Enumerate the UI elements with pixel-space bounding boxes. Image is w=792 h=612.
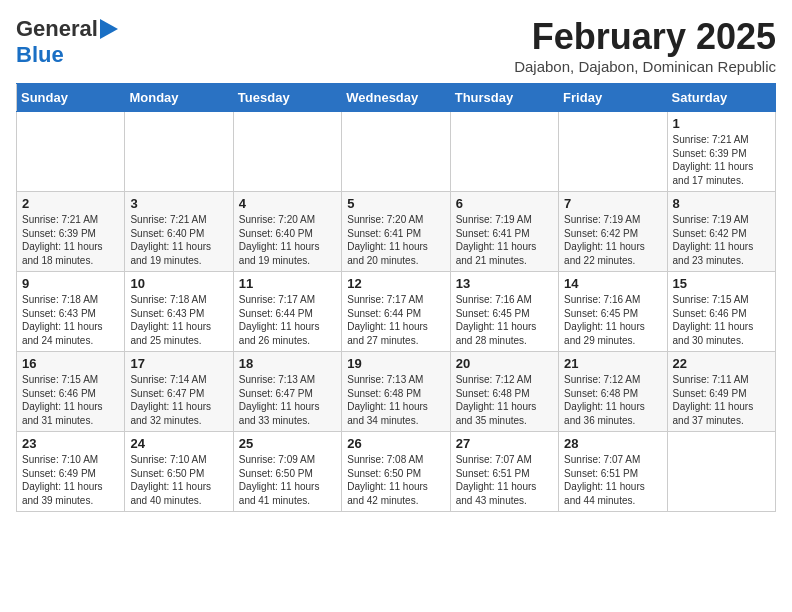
calendar-cell: 26Sunrise: 7:08 AM Sunset: 6:50 PM Dayli… [342, 432, 450, 512]
calendar-cell: 5Sunrise: 7:20 AM Sunset: 6:41 PM Daylig… [342, 192, 450, 272]
calendar-cell: 7Sunrise: 7:19 AM Sunset: 6:42 PM Daylig… [559, 192, 667, 272]
calendar-cell [450, 112, 558, 192]
calendar-cell: 2Sunrise: 7:21 AM Sunset: 6:39 PM Daylig… [17, 192, 125, 272]
day-info: Sunrise: 7:10 AM Sunset: 6:49 PM Dayligh… [22, 453, 119, 507]
weekday-header-thursday: Thursday [450, 84, 558, 112]
day-info: Sunrise: 7:21 AM Sunset: 6:39 PM Dayligh… [673, 133, 770, 187]
calendar-cell: 13Sunrise: 7:16 AM Sunset: 6:45 PM Dayli… [450, 272, 558, 352]
day-number: 2 [22, 196, 119, 211]
day-info: Sunrise: 7:18 AM Sunset: 6:43 PM Dayligh… [22, 293, 119, 347]
day-info: Sunrise: 7:13 AM Sunset: 6:48 PM Dayligh… [347, 373, 444, 427]
weekday-header-monday: Monday [125, 84, 233, 112]
day-info: Sunrise: 7:08 AM Sunset: 6:50 PM Dayligh… [347, 453, 444, 507]
logo-blue: Blue [16, 42, 64, 67]
calendar-week-row: 1Sunrise: 7:21 AM Sunset: 6:39 PM Daylig… [17, 112, 776, 192]
calendar-cell: 22Sunrise: 7:11 AM Sunset: 6:49 PM Dayli… [667, 352, 775, 432]
day-number: 9 [22, 276, 119, 291]
day-info: Sunrise: 7:07 AM Sunset: 6:51 PM Dayligh… [564, 453, 661, 507]
calendar-cell [125, 112, 233, 192]
day-number: 15 [673, 276, 770, 291]
day-number: 11 [239, 276, 336, 291]
day-number: 20 [456, 356, 553, 371]
calendar-cell: 10Sunrise: 7:18 AM Sunset: 6:43 PM Dayli… [125, 272, 233, 352]
day-number: 16 [22, 356, 119, 371]
calendar-cell: 25Sunrise: 7:09 AM Sunset: 6:50 PM Dayli… [233, 432, 341, 512]
day-info: Sunrise: 7:16 AM Sunset: 6:45 PM Dayligh… [456, 293, 553, 347]
day-info: Sunrise: 7:15 AM Sunset: 6:46 PM Dayligh… [22, 373, 119, 427]
day-info: Sunrise: 7:12 AM Sunset: 6:48 PM Dayligh… [564, 373, 661, 427]
calendar-cell: 24Sunrise: 7:10 AM Sunset: 6:50 PM Dayli… [125, 432, 233, 512]
calendar-cell: 28Sunrise: 7:07 AM Sunset: 6:51 PM Dayli… [559, 432, 667, 512]
calendar-cell: 21Sunrise: 7:12 AM Sunset: 6:48 PM Dayli… [559, 352, 667, 432]
calendar-cell: 4Sunrise: 7:20 AM Sunset: 6:40 PM Daylig… [233, 192, 341, 272]
calendar-cell [667, 432, 775, 512]
day-info: Sunrise: 7:09 AM Sunset: 6:50 PM Dayligh… [239, 453, 336, 507]
calendar-cell: 15Sunrise: 7:15 AM Sunset: 6:46 PM Dayli… [667, 272, 775, 352]
day-number: 23 [22, 436, 119, 451]
calendar-cell: 1Sunrise: 7:21 AM Sunset: 6:39 PM Daylig… [667, 112, 775, 192]
day-info: Sunrise: 7:15 AM Sunset: 6:46 PM Dayligh… [673, 293, 770, 347]
day-info: Sunrise: 7:10 AM Sunset: 6:50 PM Dayligh… [130, 453, 227, 507]
day-info: Sunrise: 7:14 AM Sunset: 6:47 PM Dayligh… [130, 373, 227, 427]
calendar-cell: 9Sunrise: 7:18 AM Sunset: 6:43 PM Daylig… [17, 272, 125, 352]
weekday-header-row: SundayMondayTuesdayWednesdayThursdayFrid… [17, 84, 776, 112]
calendar-cell: 27Sunrise: 7:07 AM Sunset: 6:51 PM Dayli… [450, 432, 558, 512]
day-info: Sunrise: 7:16 AM Sunset: 6:45 PM Dayligh… [564, 293, 661, 347]
calendar-cell: 6Sunrise: 7:19 AM Sunset: 6:41 PM Daylig… [450, 192, 558, 272]
calendar-cell: 23Sunrise: 7:10 AM Sunset: 6:49 PM Dayli… [17, 432, 125, 512]
day-number: 10 [130, 276, 227, 291]
day-number: 21 [564, 356, 661, 371]
weekday-header-friday: Friday [559, 84, 667, 112]
location-subtitle: Dajabon, Dajabon, Dominican Republic [514, 58, 776, 75]
day-number: 19 [347, 356, 444, 371]
day-number: 18 [239, 356, 336, 371]
calendar-cell [559, 112, 667, 192]
weekday-header-saturday: Saturday [667, 84, 775, 112]
logo-arrow-icon [100, 19, 118, 39]
day-info: Sunrise: 7:17 AM Sunset: 6:44 PM Dayligh… [347, 293, 444, 347]
month-title: February 2025 [514, 16, 776, 58]
calendar-cell: 14Sunrise: 7:16 AM Sunset: 6:45 PM Dayli… [559, 272, 667, 352]
day-info: Sunrise: 7:11 AM Sunset: 6:49 PM Dayligh… [673, 373, 770, 427]
day-info: Sunrise: 7:19 AM Sunset: 6:42 PM Dayligh… [673, 213, 770, 267]
calendar-week-row: 2Sunrise: 7:21 AM Sunset: 6:39 PM Daylig… [17, 192, 776, 272]
calendar-week-row: 9Sunrise: 7:18 AM Sunset: 6:43 PM Daylig… [17, 272, 776, 352]
calendar-cell: 8Sunrise: 7:19 AM Sunset: 6:42 PM Daylig… [667, 192, 775, 272]
calendar-table: SundayMondayTuesdayWednesdayThursdayFrid… [16, 83, 776, 512]
day-number: 4 [239, 196, 336, 211]
day-number: 1 [673, 116, 770, 131]
calendar-cell: 11Sunrise: 7:17 AM Sunset: 6:44 PM Dayli… [233, 272, 341, 352]
day-info: Sunrise: 7:21 AM Sunset: 6:39 PM Dayligh… [22, 213, 119, 267]
calendar-cell [17, 112, 125, 192]
weekday-header-wednesday: Wednesday [342, 84, 450, 112]
day-number: 22 [673, 356, 770, 371]
day-number: 7 [564, 196, 661, 211]
day-number: 17 [130, 356, 227, 371]
day-info: Sunrise: 7:12 AM Sunset: 6:48 PM Dayligh… [456, 373, 553, 427]
calendar-cell [233, 112, 341, 192]
day-number: 26 [347, 436, 444, 451]
day-info: Sunrise: 7:19 AM Sunset: 6:41 PM Dayligh… [456, 213, 553, 267]
calendar-cell: 18Sunrise: 7:13 AM Sunset: 6:47 PM Dayli… [233, 352, 341, 432]
calendar-cell: 16Sunrise: 7:15 AM Sunset: 6:46 PM Dayli… [17, 352, 125, 432]
day-number: 5 [347, 196, 444, 211]
title-area: February 2025 Dajabon, Dajabon, Dominica… [514, 16, 776, 75]
calendar-week-row: 23Sunrise: 7:10 AM Sunset: 6:49 PM Dayli… [17, 432, 776, 512]
weekday-header-sunday: Sunday [17, 84, 125, 112]
day-info: Sunrise: 7:18 AM Sunset: 6:43 PM Dayligh… [130, 293, 227, 347]
calendar-cell: 19Sunrise: 7:13 AM Sunset: 6:48 PM Dayli… [342, 352, 450, 432]
day-number: 24 [130, 436, 227, 451]
day-number: 6 [456, 196, 553, 211]
calendar-cell: 20Sunrise: 7:12 AM Sunset: 6:48 PM Dayli… [450, 352, 558, 432]
day-number: 13 [456, 276, 553, 291]
calendar-cell: 12Sunrise: 7:17 AM Sunset: 6:44 PM Dayli… [342, 272, 450, 352]
calendar-cell: 3Sunrise: 7:21 AM Sunset: 6:40 PM Daylig… [125, 192, 233, 272]
day-info: Sunrise: 7:20 AM Sunset: 6:40 PM Dayligh… [239, 213, 336, 267]
day-info: Sunrise: 7:19 AM Sunset: 6:42 PM Dayligh… [564, 213, 661, 267]
day-number: 8 [673, 196, 770, 211]
day-info: Sunrise: 7:17 AM Sunset: 6:44 PM Dayligh… [239, 293, 336, 347]
logo: General Blue [16, 16, 118, 68]
day-info: Sunrise: 7:07 AM Sunset: 6:51 PM Dayligh… [456, 453, 553, 507]
day-number: 12 [347, 276, 444, 291]
day-number: 25 [239, 436, 336, 451]
